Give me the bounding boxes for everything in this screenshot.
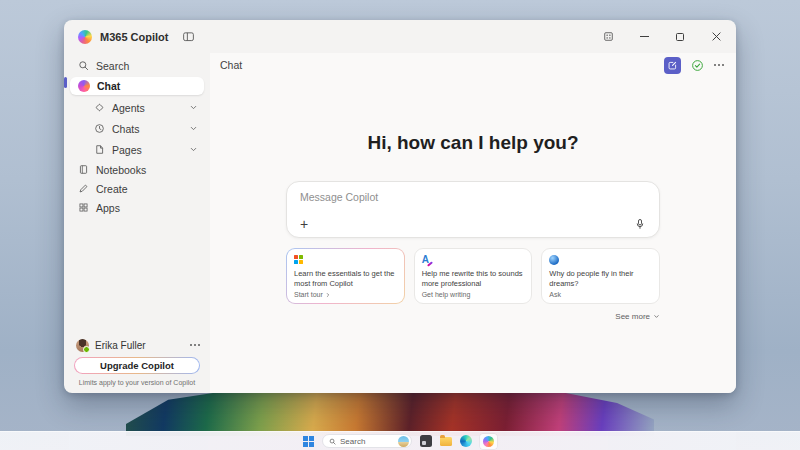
- upgrade-note: Limits apply to your version of Copilot: [64, 379, 210, 386]
- dream-sphere-icon: [549, 255, 652, 266]
- sidebar-create-label: Create: [96, 183, 128, 195]
- selected-item-indicator: [64, 77, 67, 88]
- chat-pane: Chat Hi, how can I help you? M: [210, 53, 736, 393]
- sidebar-notebooks-label: Notebooks: [96, 164, 146, 176]
- composer-toolbar: +: [300, 218, 646, 230]
- upgrade-copilot-button[interactable]: Upgrade Copilot: [74, 357, 200, 374]
- account-row[interactable]: Erika Fuller: [64, 336, 210, 354]
- pages-icon: [94, 144, 105, 155]
- sidebar-item-apps[interactable]: Apps: [64, 199, 210, 216]
- maximize-button[interactable]: [666, 24, 694, 50]
- see-more-link[interactable]: See more: [286, 312, 660, 321]
- copilot-chat-icon: [78, 80, 90, 92]
- suggestion-card-learn[interactable]: Learn the essentials to get the most fro…: [286, 248, 405, 304]
- history-clock-icon: [94, 123, 105, 134]
- chevron-right-icon: [325, 292, 331, 298]
- sidebar-chat-label: Chat: [97, 80, 120, 92]
- desktop: M365 Copilot Search: [0, 0, 800, 450]
- chat-header: Chat: [210, 53, 736, 77]
- m365-copilot-taskbar-button[interactable]: [480, 434, 497, 449]
- sidebar: Search Chat Agents: [64, 53, 210, 393]
- sidebar-toggle-icon[interactable]: [182, 30, 195, 43]
- sidebar-item-chats[interactable]: Chats: [64, 119, 210, 138]
- sidebar-apps-label: Apps: [96, 202, 120, 214]
- account-more-icon[interactable]: [190, 344, 200, 346]
- taskbar-search-label: Search: [340, 437, 365, 446]
- app-window: M365 Copilot Search: [64, 20, 736, 393]
- sidebar-pages-label: Pages: [112, 144, 142, 156]
- window-action-icon[interactable]: [594, 24, 622, 50]
- user-avatar: [76, 339, 89, 352]
- m365-copilot-icon: [483, 436, 494, 447]
- app-body: Search Chat Agents: [64, 53, 736, 393]
- sidebar-spacer: [64, 217, 210, 336]
- search-icon: [329, 438, 336, 445]
- taskbar-search[interactable]: Search: [322, 434, 412, 448]
- card-action[interactable]: Ask: [549, 291, 652, 298]
- card-text: Learn the essentials to get the most fro…: [294, 269, 397, 288]
- copilot-logo-icon: [78, 30, 92, 44]
- microphone-icon[interactable]: [634, 218, 646, 230]
- search-highlight-thumbnail: [398, 436, 409, 447]
- task-view-icon[interactable]: [420, 435, 432, 447]
- card-text: Why do people fly in their dreams?: [549, 269, 652, 288]
- suggestion-cards: Learn the essentials to get the most fro…: [286, 248, 660, 304]
- sidebar-item-chat[interactable]: Chat: [70, 77, 204, 95]
- apps-grid-icon: [78, 202, 89, 213]
- taskbar: Search: [0, 431, 800, 450]
- suggestion-card-dreams[interactable]: Why do people fly in their dreams? Ask: [541, 248, 660, 304]
- close-button[interactable]: [702, 24, 730, 50]
- create-pen-icon: [78, 183, 89, 194]
- chevron-down-icon: [189, 145, 198, 154]
- sidebar-chats-label: Chats: [112, 123, 139, 135]
- add-attachment-icon[interactable]: +: [300, 219, 308, 229]
- account-name: Erika Fuller: [95, 340, 146, 351]
- chevron-down-icon: [653, 313, 660, 320]
- sidebar-search-label: Search: [96, 60, 129, 72]
- chat-center-column: Hi, how can I help you? Message Copilot …: [286, 77, 660, 321]
- message-input[interactable]: Message Copilot +: [286, 181, 660, 238]
- sidebar-item-notebooks[interactable]: Notebooks: [64, 161, 210, 178]
- card-action[interactable]: Get help writing: [422, 291, 525, 298]
- chat-header-actions: [664, 57, 724, 74]
- card-text: Help me rewrite this to sounds more prof…: [422, 269, 525, 288]
- card-action[interactable]: Start tour: [294, 291, 397, 298]
- sidebar-item-pages[interactable]: Pages: [64, 140, 210, 159]
- sidebar-item-create[interactable]: Create: [64, 180, 210, 197]
- chevron-down-icon: [189, 124, 198, 133]
- protected-shield-check-icon[interactable]: [691, 59, 704, 72]
- file-explorer-icon[interactable]: [440, 437, 452, 446]
- chat-header-label: Chat: [220, 59, 242, 71]
- chevron-down-icon: [189, 103, 198, 112]
- colorful-grid-icon: [294, 255, 397, 266]
- minimize-button[interactable]: [630, 24, 658, 50]
- chat-more-options-icon[interactable]: [714, 64, 724, 66]
- sidebar-item-agents[interactable]: Agents: [64, 98, 210, 117]
- agents-icon: [94, 102, 105, 113]
- suggestion-card-rewrite[interactable]: A Help me rewrite this to sounds more pr…: [414, 248, 533, 304]
- greeting-heading: Hi, how can I help you?: [286, 132, 660, 154]
- notebook-icon: [78, 164, 89, 175]
- new-chat-button[interactable]: [664, 57, 681, 74]
- window-title: M365 Copilot: [100, 31, 168, 43]
- sidebar-agents-label: Agents: [112, 102, 145, 114]
- start-button[interactable]: [303, 436, 314, 447]
- message-input-placeholder: Message Copilot: [300, 191, 646, 203]
- sidebar-item-search[interactable]: Search: [64, 57, 210, 74]
- edge-browser-icon[interactable]: [460, 435, 472, 447]
- rewrite-a-pen-icon: A: [422, 255, 525, 266]
- search-icon: [78, 60, 89, 71]
- window-titlebar: M365 Copilot: [64, 20, 736, 53]
